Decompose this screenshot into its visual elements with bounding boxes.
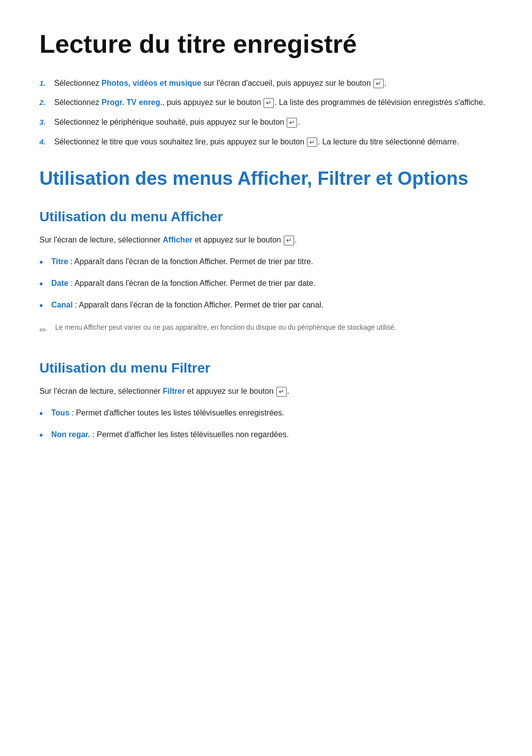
highlight-nonregar: Non regar. xyxy=(51,430,90,439)
step-content-3: Sélectionnez le périphérique souhaité, p… xyxy=(54,116,493,129)
enter-icon-filtrer: ↵ xyxy=(276,387,287,397)
pencil-icon: ✏ xyxy=(39,323,50,338)
bullet-dot-3: • xyxy=(39,298,51,313)
section-menus-title: Utilisation des menus Afficher, Filtrer … xyxy=(39,168,493,190)
bullet-dot-5: • xyxy=(39,427,51,443)
filtrer-bullet-tous-text: Tous : Permet d'afficher toutes les list… xyxy=(51,407,284,419)
subsection-afficher-intro: Sur l'écran de lecture, sélectionner Aff… xyxy=(39,234,493,246)
afficher-bullet-list: • Titre : Apparaît dans l'écran de la fo… xyxy=(39,255,493,313)
highlight-tous: Tous xyxy=(51,409,69,417)
step-number-4: 4. xyxy=(39,136,54,148)
step-number-3: 3. xyxy=(39,116,54,128)
subsection-afficher-title: Utilisation du menu Afficher xyxy=(39,208,493,226)
subsection-filtrer: Utilisation du menu Filtrer Sur l'écran … xyxy=(39,359,493,443)
section-menus: Utilisation des menus Afficher, Filtrer … xyxy=(39,168,493,443)
afficher-bullet-canal-text: Canal : Apparaît dans l'écran de la fonc… xyxy=(51,299,323,311)
steps-list: 1. Sélectionnez Photos, vidéos et musiqu… xyxy=(39,77,493,148)
step-content-1: Sélectionnez Photos, vidéos et musique s… xyxy=(54,77,493,90)
highlight-titre: Titre xyxy=(51,257,68,266)
filtrer-bullet-list: • Tous : Permet d'afficher toutes les li… xyxy=(39,407,493,443)
afficher-bullet-titre-text: Titre : Apparaît dans l'écran de la fonc… xyxy=(51,255,313,268)
afficher-bullet-date-text: Date : Apparaît dans l'écran de la fonct… xyxy=(51,277,315,290)
subsection-filtrer-title: Utilisation du menu Filtrer xyxy=(39,359,493,377)
enter-icon-1: ↵ xyxy=(373,79,384,89)
highlight-photos: Photos, vidéos et musique xyxy=(101,79,201,87)
highlight-canal: Canal xyxy=(51,301,73,309)
subsection-afficher: Utilisation du menu Afficher Sur l'écran… xyxy=(39,208,493,338)
bullet-dot-4: • xyxy=(39,406,51,421)
highlight-afficher: Afficher xyxy=(163,236,192,244)
afficher-bullet-canal: • Canal : Apparaît dans l'écran de la fo… xyxy=(39,299,493,313)
afficher-note-text: Le menu Afficher peut varier ou ne pas a… xyxy=(55,322,396,333)
highlight-filtrer: Filtrer xyxy=(163,387,185,395)
step-number-2: 2. xyxy=(39,96,54,108)
afficher-note: ✏ Le menu Afficher peut varier ou ne pas… xyxy=(39,322,493,338)
filtrer-bullet-nonregar: • Non regar. : Permet d'afficher les lis… xyxy=(39,428,493,443)
highlight-progr: Progr. TV enreg. xyxy=(101,98,163,106)
step-1: 1. Sélectionnez Photos, vidéos et musiqu… xyxy=(39,77,493,90)
afficher-bullet-date: • Date : Apparaît dans l'écran de la fon… xyxy=(39,277,493,292)
step-number-1: 1. xyxy=(39,77,54,89)
bullet-dot-1: • xyxy=(39,254,51,270)
enter-icon-afficher: ↵ xyxy=(284,236,294,245)
step-content-4: Sélectionnez le titre que vous souhaitez… xyxy=(54,136,493,148)
highlight-date: Date xyxy=(51,279,68,287)
enter-icon-4: ↵ xyxy=(307,137,317,147)
filtrer-bullet-tous: • Tous : Permet d'afficher toutes les li… xyxy=(39,407,493,421)
enter-icon-3: ↵ xyxy=(287,118,297,128)
step-2: 2. Sélectionnez Progr. TV enreg., puis a… xyxy=(39,96,493,109)
enter-icon-2: ↵ xyxy=(264,98,274,108)
step-3: 3. Sélectionnez le périphérique souhaité… xyxy=(39,116,493,129)
bullet-dot-2: • xyxy=(39,276,51,292)
step-content-2: Sélectionnez Progr. TV enreg., puis appu… xyxy=(54,96,493,109)
step-4: 4. Sélectionnez le titre que vous souhai… xyxy=(39,136,493,148)
main-title: Lecture du titre enregistré xyxy=(39,30,493,59)
subsection-filtrer-intro: Sur l'écran de lecture, sélectionner Fil… xyxy=(39,385,493,398)
afficher-bullet-titre: • Titre : Apparaît dans l'écran de la fo… xyxy=(39,255,493,270)
filtrer-bullet-nonregar-text: Non regar. : Permet d'afficher les liste… xyxy=(51,428,289,441)
